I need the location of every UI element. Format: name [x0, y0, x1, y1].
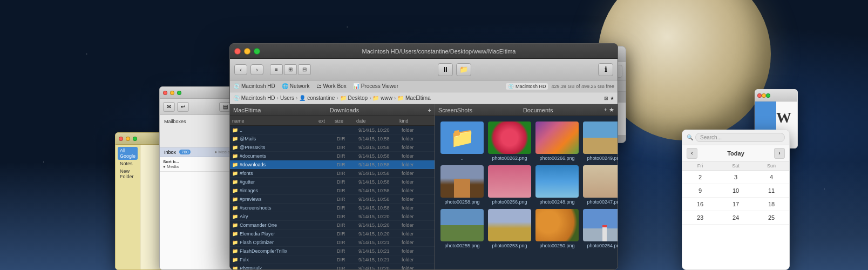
fav-macintosh-hd[interactable]: 💿 Macintosh HD [233, 83, 275, 89]
icon-item-photo249[interactable]: photo00249.png [583, 122, 618, 161]
file-row[interactable]: 📁PhotoBulkDIR9/14/15, 10:20folder [230, 264, 435, 269]
icon-item-photo262[interactable]: photo00262.png [488, 122, 531, 161]
icon-item-photo255[interactable]: photo00255.png [440, 209, 484, 248]
file-row[interactable]: 📁..9/14/15, 10:20folder [230, 126, 435, 134]
photo262-thumb [488, 122, 531, 154]
cal-cell-18[interactable]: 18 [754, 198, 789, 211]
file-row[interactable]: 📁#imagesDIR9/14/15, 10:58folder [230, 186, 435, 195]
icon-item-photo250[interactable]: photo00250.png [535, 209, 579, 248]
mailboxes-item[interactable]: Mailboxes [164, 117, 230, 126]
list-view-button[interactable]: ≡ [270, 64, 283, 75]
photo248-thumb [535, 165, 579, 198]
wiki-titlebar [755, 90, 797, 102]
left-panel-add[interactable]: + [428, 107, 431, 113]
icon-item-photo266[interactable]: photo00266.png [535, 122, 579, 161]
maximize-button[interactable] [254, 48, 260, 55]
cal-cell-25[interactable]: 25 [754, 211, 789, 225]
calendar-day-headers: Fri Sat Sun [682, 161, 789, 171]
cal-cell-17[interactable]: 17 [718, 198, 754, 211]
path-desktop[interactable]: 📁 Desktop [340, 95, 368, 101]
mail-close[interactable] [163, 91, 167, 95]
photo256-thumb [488, 165, 531, 198]
calendar-next-button[interactable]: › [774, 148, 785, 159]
calendar-nav: ‹ Today › [682, 145, 789, 161]
cal-cell-24[interactable]: 24 [718, 211, 754, 225]
close-button[interactable] [234, 48, 241, 55]
icon-item-photo248[interactable]: photo00248.png [535, 165, 579, 205]
mail-reply[interactable]: ↩ [177, 102, 189, 112]
fav-workbox[interactable]: 🗂 Work Box [316, 83, 347, 89]
cal-cell-2[interactable]: 2 [682, 171, 718, 184]
file-row[interactable]: 📁AiryDIR9/14/15, 10:20folder [230, 212, 435, 221]
mailboxes-label: Mailboxes [164, 119, 186, 124]
cal-cell-11[interactable]: 11 [754, 184, 789, 198]
notes-sidebar-all-google[interactable]: All Google [118, 147, 138, 160]
path-www[interactable]: 📁 www [372, 95, 392, 101]
finder-titlebar: Macintosh HD/Users/constantine/Desktop/w… [230, 44, 618, 59]
mail-inbox-row[interactable]: Inbox 780 ● Media [160, 147, 234, 157]
mail-minimize[interactable] [170, 91, 174, 95]
wiki-maximize[interactable] [766, 93, 770, 98]
minimize-button[interactable] [244, 48, 250, 55]
file-row[interactable]: 📁@MailsDIR9/14/15, 10:58folder [230, 134, 435, 143]
fav-network-label: Network [290, 83, 310, 89]
icon-item-folder[interactable]: 📁 .. [440, 122, 484, 161]
cal-cell-23[interactable]: 23 [682, 211, 718, 225]
file-row[interactable]: 📁#gutterDIR9/14/15, 10:58folder [230, 178, 435, 186]
calendar-app-window: 🔍 Search... ‹ Today › Fri Sat Sun 2 3 4 … [682, 130, 790, 270]
file-row[interactable]: 📁#previewsDIR9/14/15, 10:58folder [230, 195, 435, 204]
cal-cell-16[interactable]: 16 [682, 198, 718, 211]
icon-item-photo256[interactable]: photo00256.png [488, 165, 531, 205]
wiki-minimize[interactable] [762, 93, 766, 98]
back-button[interactable]: ‹ [234, 64, 247, 75]
cal-cell-3[interactable]: 3 [718, 171, 754, 184]
path-users[interactable]: Users [280, 95, 294, 101]
notes-maximize[interactable] [133, 137, 137, 141]
file-row[interactable]: 📁Commander OneDIR9/14/15, 10:20folder [230, 221, 435, 230]
col-date-header: date [356, 118, 399, 124]
file-row[interactable]: 📁#fontsDIR9/14/15, 10:58folder [230, 169, 435, 178]
notes-sidebar-new-folder[interactable]: New Folder [118, 167, 138, 180]
calendar-search-input[interactable]: Search... [695, 133, 785, 142]
file-row[interactable]: 📁FlashDecompilerTrillixDIR9/14/15, 10:21… [230, 247, 435, 255]
file-row[interactable]: 📁Elemedia PlayerDIR9/14/15, 10:20folder [230, 230, 435, 238]
icon-label-photo247: photo00247.png [587, 199, 618, 205]
mail-maximize[interactable] [177, 91, 181, 95]
mail-compose[interactable]: ✉ [163, 102, 175, 112]
notes-minimize[interactable] [126, 137, 130, 141]
cal-cell-10[interactable]: 10 [718, 184, 754, 198]
path-maceltima[interactable]: 📁 MacEltima [397, 95, 430, 101]
left-panel-title: MacEltima [233, 107, 261, 113]
fav-process-viewer[interactable]: 📊 Process Viewer [353, 83, 398, 89]
pause-button[interactable]: ⏸ [438, 63, 453, 76]
wiki-close[interactable] [757, 93, 762, 98]
path-constantine[interactable]: 👤 constantine [299, 95, 335, 101]
file-row[interactable]: 📁Flash OptimizerDIR9/14/15, 10:21folder [230, 238, 435, 247]
mail-subject: ● Media [163, 164, 231, 169]
notes-sidebar-notes[interactable]: Notes [118, 160, 138, 167]
icon-item-photo258[interactable]: photo00258.png [440, 165, 484, 205]
icon-item-photo254[interactable]: photo00254.png [583, 209, 618, 248]
folder-button[interactable]: 📁 [456, 63, 471, 76]
file-row-selected[interactable]: 📁#downloadsDIR9/14/15, 10:58folder [230, 160, 435, 169]
file-row[interactable]: 📁#screenshоotsDIR9/14/15, 10:58folder [230, 204, 435, 212]
icon-item-photo253[interactable]: photo00253.png [488, 209, 531, 248]
file-row[interactable]: 📁#documentsDIR9/14/15, 10:58folder [230, 152, 435, 160]
column-view-button[interactable]: ⊟ [298, 64, 311, 75]
info-button[interactable]: ℹ [598, 63, 613, 76]
file-row[interactable]: 📁@PressKitsDIR9/14/15, 10:58folder [230, 143, 435, 152]
fav-network[interactable]: 🌐 Network [282, 83, 310, 89]
icon-view-button[interactable]: ⊞ [284, 64, 297, 75]
mail-titlebar [160, 87, 234, 99]
notes-close[interactable] [119, 137, 123, 141]
right-panel-add[interactable]: + ★ [604, 106, 614, 113]
path-macintosh-hd[interactable]: 💿 Macintosh HD [233, 95, 275, 101]
calendar-prev-button[interactable]: ‹ [687, 148, 697, 159]
cal-cell-9[interactable]: 9 [682, 184, 718, 198]
file-row[interactable]: 📁FolxDIR9/14/15, 10:21folder [230, 255, 435, 264]
forward-button[interactable]: › [250, 64, 263, 75]
cal-cell-4[interactable]: 4 [754, 171, 789, 184]
mail-item[interactable]: Sort b... ● Media [160, 157, 234, 172]
media-label: ● Media [214, 150, 230, 154]
icon-item-photo247[interactable]: photo00247.png [583, 165, 618, 205]
